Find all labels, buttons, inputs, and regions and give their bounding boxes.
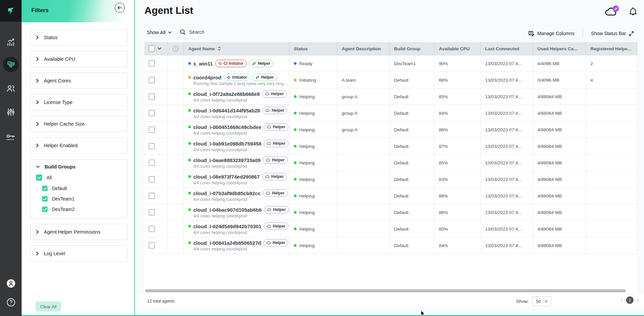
available-cpu-cell: 90% — [435, 55, 481, 72]
sidebar-item-license[interactable] — [0, 133, 22, 144]
select-menu-chevron-icon[interactable] — [158, 47, 162, 50]
checked-checkbox[interactable] — [42, 186, 48, 191]
build-group-option-default[interactable]: Default — [42, 186, 122, 191]
chevron-down-icon — [168, 31, 172, 34]
agent-name-cell: s_win11CI InitiatorHelper — [184, 55, 289, 72]
select-all-checkbox[interactable] — [149, 46, 155, 52]
chevron-right-icon — [36, 100, 39, 104]
cloud-status-button[interactable] — [605, 7, 618, 18]
column-header-available-cpu[interactable]: Available CPU — [435, 42, 481, 55]
check-icon — [43, 187, 47, 190]
table-row[interactable]: cloud_i-024d549d942b70301Helper4/4 cores… — [144, 221, 637, 237]
build-group-option-devteam1[interactable]: DevTeam1 — [42, 196, 122, 202]
filter-section-status[interactable]: Status — [30, 29, 128, 46]
table-row[interactable]: cloud_i-00841a24b8506527dHelper4/4 cores… — [144, 237, 637, 254]
row-checkbox[interactable] — [149, 176, 155, 182]
clear-all-button[interactable]: Clear All — [35, 301, 61, 312]
app-logo[interactable] — [0, 0, 22, 22]
sidebar-item-help[interactable] — [0, 298, 22, 307]
show-status-bar-button[interactable]: Show Status Bar — [591, 31, 634, 36]
page-size-select[interactable]: 50 — [532, 296, 551, 306]
column-header-description[interactable]: Agent Description — [337, 42, 390, 55]
last-connected-cell: 13/03/2023 07:4... — [481, 204, 533, 220]
filter-section-helper-enabled[interactable]: Helper Enabled — [30, 137, 128, 154]
build-group-option-all[interactable]: All — [36, 175, 122, 181]
badge-helper: Helper — [262, 173, 287, 180]
badge-helper: Helper — [264, 206, 289, 213]
build-group-cell: Default — [390, 88, 435, 105]
column-header-last-connected[interactable]: Last Connected — [481, 42, 533, 55]
sidebar-item-analytics[interactable] — [0, 38, 22, 47]
manage-columns-button[interactable]: Manage Columns — [528, 30, 575, 36]
badge-label: Helper — [271, 174, 284, 179]
row-checkbox[interactable] — [149, 209, 155, 215]
table-row[interactable]: cloud_i-0d6441d144f95ab28Helper4/4 cores… — [144, 105, 637, 122]
used-helpers-cell: 4/88064 MB — [533, 204, 586, 220]
table-row[interactable]: cloud_i-08e973f74ed290867Helper4/4 cores… — [144, 171, 637, 188]
filter-section-agent-cores[interactable]: Agent Cores — [30, 73, 128, 89]
status-dot — [294, 95, 297, 98]
row-checkbox[interactable] — [149, 110, 155, 116]
show-all-dropdown[interactable]: Show All — [147, 30, 172, 35]
row-checkbox[interactable] — [149, 94, 155, 100]
row-checkbox[interactable] — [149, 193, 155, 199]
row-checkbox[interactable] — [149, 127, 155, 133]
table-row[interactable]: cloud_i-0f72a9a2e88b666e8Helper4/4 cores… — [144, 88, 637, 105]
show-label: Show: — [516, 299, 529, 304]
column-header-used-helpers[interactable]: Used Helpers Ca... — [533, 42, 586, 55]
status-dot — [294, 79, 297, 81]
build-groups-header[interactable]: Build Groups — [36, 164, 122, 169]
table-row[interactable]: cloud_i-07b3af9db85cb92ccHelper4/4 cores… — [144, 188, 637, 204]
sidebar-item-users[interactable] — [0, 84, 22, 93]
row-checkbox[interactable] — [149, 226, 155, 232]
filter-section-available-cpu[interactable]: Available CPU — [30, 51, 128, 67]
sidebar-item-agents[interactable] — [3, 57, 19, 72]
available-cpu-cell: 87% — [435, 138, 481, 154]
description-cell — [337, 204, 390, 220]
cloud-icon — [267, 142, 271, 145]
agent-name-cell: cloud_i-024d549d942b70301Helper4/4 cores… — [184, 221, 289, 237]
column-header-status[interactable]: Status — [289, 42, 337, 55]
prev-page-button[interactable]: ‹ — [620, 297, 623, 304]
table-row[interactable]: coord4prodInitiatorHelperRunning Test Sa… — [144, 72, 637, 88]
table-row[interactable]: s_win11CI InitiatorHelperReadyDevTeam190… — [144, 55, 637, 72]
sort-icon[interactable] — [218, 46, 221, 51]
checked-checkbox[interactable] — [42, 196, 48, 202]
horizontal-scrollbar[interactable] — [145, 289, 626, 292]
filter-section-label: Status — [44, 35, 58, 40]
table-row[interactable]: cloud_i-0aae8883239733a09Helper4/4 cores… — [144, 155, 637, 171]
row-checkbox[interactable] — [149, 60, 155, 67]
filter-section-license-type[interactable]: License Type — [30, 94, 128, 110]
sidebar-item-account[interactable] — [0, 279, 22, 288]
column-header-agent-name[interactable]: Agent Name — [184, 42, 289, 55]
notifications-button[interactable] — [628, 7, 638, 18]
table-row[interactable]: cloud_i-04bac907d105ab6b6Helper4/4 cores… — [144, 204, 637, 221]
next-page-button[interactable]: › — [637, 297, 639, 304]
build-group-cell: DevTeam1 — [390, 55, 435, 72]
agent-subtitle: Running Test Sample 1 long name very ver… — [193, 82, 288, 86]
column-header-build-group[interactable]: Build Group — [390, 42, 435, 55]
build-group-option-devteam2[interactable]: DevTeam2 — [42, 207, 122, 212]
table-row[interactable]: cloud_i-0ab91e098db759458Helper4/4 cores… — [144, 138, 637, 155]
registered-helpers-cell: 2 — [586, 55, 637, 72]
sidebar-item-settings[interactable] — [0, 107, 22, 117]
current-page-button[interactable]: 1 — [626, 296, 634, 304]
collapse-filters-button[interactable] — [115, 3, 125, 13]
row-checkbox[interactable] — [149, 160, 155, 166]
agent-name-cell: cloud_i-0d6441d144f95ab28Helper4/4 cores… — [184, 105, 289, 121]
row-checkbox[interactable] — [149, 143, 155, 149]
agent-name-line: cloud_i-0ab91e098db759458Helper — [188, 140, 288, 147]
row-checkbox[interactable] — [149, 77, 155, 83]
checked-checkbox[interactable] — [42, 207, 48, 212]
expand-icon — [629, 31, 634, 36]
filter-section-helper-cache-size[interactable]: Helper Cache Size — [30, 116, 128, 132]
search-input[interactable]: Search — [180, 29, 204, 35]
row-checkbox[interactable] — [149, 242, 155, 248]
badge-label: CI Initiator — [224, 61, 244, 66]
column-header-registered-helpers[interactable]: Registered Helpe... — [586, 42, 637, 55]
checked-checkbox[interactable] — [36, 175, 42, 181]
table-row[interactable]: cloud_i-0b0451669c49cbdeeHelper4/4 cores… — [144, 122, 637, 138]
filter-section-agent-helper-permissions[interactable]: Agent Helper Permissions — [30, 224, 128, 240]
filter-section-log-level[interactable]: Log Level — [30, 245, 128, 262]
cloud-icon — [266, 158, 270, 162]
